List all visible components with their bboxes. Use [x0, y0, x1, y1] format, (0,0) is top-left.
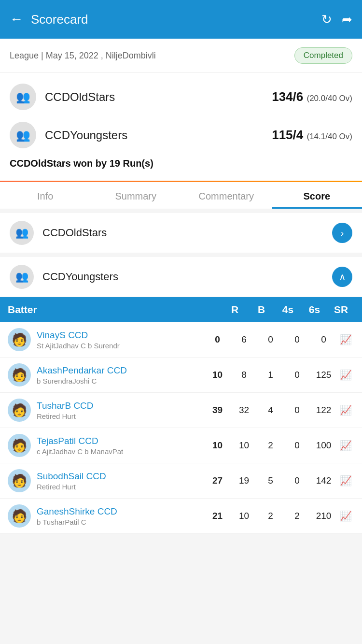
batter-info: 🧑 AkashPendarkar CCD b SurendraJoshi C — [8, 363, 204, 386]
match-details: League | May 15, 2022 , NiljeDombivli — [10, 51, 156, 61]
batter-details: GaneshShirke CCD b TusharPatil C — [37, 506, 117, 526]
col-header-r: R — [222, 304, 248, 315]
team-section-youngsters[interactable]: 👥 CCDYoungsters ∧ — [0, 257, 362, 297]
match-info-bar: League | May 15, 2022 , NiljeDombivli Co… — [0, 39, 362, 73]
avatar: 🧑 — [8, 469, 31, 492]
batter-stats: 39 32 4 0 122 📈 — [204, 404, 354, 416]
tab-score[interactable]: Score — [272, 182, 362, 209]
expand-btn-2[interactable]: ∧ — [332, 267, 352, 287]
header-actions: ↻ ➦ — [321, 12, 352, 27]
team-section-oldstars[interactable]: 👥 CCDOldStars › — [0, 213, 362, 253]
teams-section: 👥 CCDOldStars 134/6 (20.0/40 Ov) 👥 CCDYo… — [0, 73, 362, 181]
stat-6s: 2 — [284, 511, 310, 521]
batter-stats: 27 19 5 0 142 📈 — [204, 475, 354, 487]
tabs: Info Summary Commentary Score — [0, 182, 362, 209]
batter-dismissal: b SurendraJoshi C — [37, 377, 127, 385]
chart-icon[interactable]: 📈 — [337, 510, 354, 522]
stat-r: 10 — [204, 440, 231, 451]
col-header-b: B — [248, 304, 275, 315]
team-score-1: 134/6 (20.0/40 Ov) — [272, 89, 352, 104]
chart-icon[interactable]: 📈 — [337, 334, 354, 345]
batter-details: TejasPatil CCD c AjitJadhav C b ManavPat — [37, 436, 123, 456]
stat-sr: 210 — [310, 511, 337, 521]
stat-4s: 4 — [257, 405, 284, 415]
match-result: CCDOldStars won by 19 Run(s) — [10, 154, 352, 171]
batter-dismissal: b TusharPatil C — [37, 518, 117, 526]
stat-4s: 1 — [257, 370, 284, 380]
chart-icon[interactable]: 📈 — [337, 440, 354, 451]
batter-name[interactable]: GaneshShirke CCD — [37, 506, 117, 517]
tab-summary[interactable]: Summary — [91, 182, 181, 209]
batter-name[interactable]: TusharB CCD — [37, 401, 94, 411]
stat-4s: 2 — [257, 440, 284, 451]
batter-dismissal: St AjitJadhav C b Surendr — [37, 342, 120, 350]
chart-icon[interactable]: 📈 — [337, 404, 354, 416]
stat-r: 21 — [204, 511, 231, 521]
back-button[interactable]: ← — [10, 12, 23, 27]
batter-dismissal: Retired Hurt — [37, 412, 94, 420]
table-row: 🧑 SubodhSail CCD Retired Hurt 27 19 5 0 … — [0, 463, 362, 499]
tab-commentary[interactable]: Commentary — [181, 182, 272, 209]
avatar: 🧑 — [8, 504, 31, 528]
stat-4s: 0 — [257, 334, 284, 345]
batter-info: 🧑 VinayS CCD St AjitJadhav C b Surendr — [8, 328, 204, 351]
team-icon-2: 👥 — [10, 122, 36, 148]
stat-b: 32 — [231, 405, 257, 415]
stat-r: 39 — [204, 405, 231, 415]
team-name-1: CCDOldStars — [45, 90, 272, 104]
stat-6s: 0 — [284, 370, 310, 380]
batter-info: 🧑 SubodhSail CCD Retired Hurt — [8, 469, 204, 492]
chart-icon[interactable]: 📈 — [337, 475, 354, 487]
batter-details: TusharB CCD Retired Hurt — [37, 401, 94, 420]
team-section-name-2: CCDYoungsters — [42, 271, 332, 283]
batter-name[interactable]: VinayS CCD — [37, 330, 120, 341]
table-row: 🧑 AkashPendarkar CCD b SurendraJoshi C 1… — [0, 358, 362, 393]
tab-info[interactable]: Info — [0, 182, 91, 209]
tabs-section: Info Summary Commentary Score — [0, 182, 362, 209]
page-title: Scorecard — [31, 12, 321, 27]
stat-6s: 0 — [284, 440, 310, 451]
table-row: 🧑 VinayS CCD St AjitJadhav C b Surendr 0… — [0, 322, 362, 358]
stat-r: 27 — [204, 475, 231, 486]
stat-sr: 142 — [310, 475, 337, 486]
stat-sr: 125 — [310, 370, 337, 380]
batter-stats: 10 10 2 0 100 📈 — [204, 440, 354, 451]
team-section-name-1: CCDOldStars — [42, 227, 332, 239]
batter-stats: 0 6 0 0 0 📈 — [204, 334, 354, 345]
table-row: 🧑 TusharB CCD Retired Hurt 39 32 4 0 122… — [0, 393, 362, 428]
batter-info: 🧑 TusharB CCD Retired Hurt — [8, 399, 204, 422]
stat-4s: 5 — [257, 475, 284, 486]
batter-stats: 10 8 1 0 125 📈 — [204, 369, 354, 381]
batter-info: 🧑 GaneshShirke CCD b TusharPatil C — [8, 504, 204, 528]
avatar: 🧑 — [8, 328, 31, 351]
stat-sr: 122 — [310, 405, 337, 415]
refresh-icon[interactable]: ↻ — [321, 12, 332, 27]
team-score-2: 115/4 (14.1/40 Ov) — [272, 128, 352, 143]
batting-table: Batter R B 4s 6s SR 🧑 VinayS CCD St Ajit… — [0, 297, 362, 534]
stat-b: 10 — [231, 440, 257, 451]
col-header-4s: 4s — [275, 304, 301, 315]
avatar: 🧑 — [8, 363, 31, 386]
stat-6s: 0 — [284, 334, 310, 345]
batter-info: 🧑 TejasPatil CCD c AjitJadhav C b ManavP… — [8, 434, 204, 457]
batter-name[interactable]: AkashPendarkar CCD — [37, 365, 127, 376]
stat-4s: 2 — [257, 511, 284, 521]
stat-sr: 0 — [310, 334, 337, 345]
team-icon-1: 👥 — [10, 84, 36, 110]
team-name-2: CCDYoungsters — [45, 129, 272, 142]
share-icon[interactable]: ➦ — [342, 12, 352, 27]
avatar: 🧑 — [8, 434, 31, 457]
col-header-batter: Batter — [8, 304, 222, 315]
col-header-6s: 6s — [301, 304, 328, 315]
batter-name[interactable]: TejasPatil CCD — [37, 436, 123, 446]
team-row-2: 👥 CCDYoungsters 115/4 (14.1/40 Ov) — [10, 116, 352, 154]
stat-r: 0 — [204, 334, 231, 345]
batter-name[interactable]: SubodhSail CCD — [37, 471, 106, 482]
expand-btn-1[interactable]: › — [332, 223, 352, 243]
stat-b: 10 — [231, 511, 257, 521]
stat-6s: 0 — [284, 405, 310, 415]
table-row: 🧑 TejasPatil CCD c AjitJadhav C b ManavP… — [0, 428, 362, 463]
team-section-icon-1: 👥 — [10, 221, 34, 245]
chart-icon[interactable]: 📈 — [337, 369, 354, 381]
team-row-1: 👥 CCDOldStars 134/6 (20.0/40 Ov) — [10, 78, 352, 116]
